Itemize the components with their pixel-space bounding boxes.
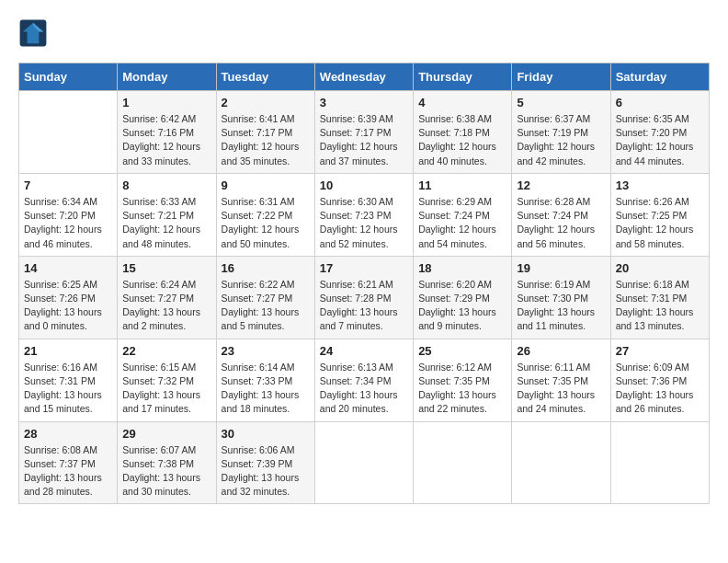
- calendar-cell: 30Sunrise: 6:06 AM Sunset: 7:39 PM Dayli…: [216, 421, 314, 504]
- calendar-week-row: 28Sunrise: 6:08 AM Sunset: 7:37 PM Dayli…: [19, 421, 710, 504]
- calendar-cell: 17Sunrise: 6:21 AM Sunset: 7:28 PM Dayli…: [314, 256, 413, 339]
- day-number: 24: [320, 344, 408, 358]
- calendar-week-row: 14Sunrise: 6:25 AM Sunset: 7:26 PM Dayli…: [19, 256, 710, 339]
- day-info: Sunrise: 6:25 AM Sunset: 7:26 PM Dayligh…: [24, 278, 112, 334]
- calendar-cell: 10Sunrise: 6:30 AM Sunset: 7:23 PM Dayli…: [314, 173, 413, 256]
- calendar-cell: 22Sunrise: 6:15 AM Sunset: 7:32 PM Dayli…: [118, 339, 216, 421]
- weekday-header: Thursday: [414, 63, 512, 91]
- calendar-cell: 1Sunrise: 6:42 AM Sunset: 7:16 PM Daylig…: [118, 91, 216, 174]
- calendar-cell: [512, 421, 610, 504]
- calendar-cell: 25Sunrise: 6:12 AM Sunset: 7:35 PM Dayli…: [414, 339, 512, 421]
- calendar-cell: 4Sunrise: 6:38 AM Sunset: 7:18 PM Daylig…: [414, 91, 512, 174]
- calendar-cell: 28Sunrise: 6:08 AM Sunset: 7:37 PM Dayli…: [19, 421, 118, 504]
- calendar-body: 1Sunrise: 6:42 AM Sunset: 7:16 PM Daylig…: [19, 91, 710, 504]
- weekday-header: Sunday: [19, 63, 118, 91]
- weekday-header: Friday: [512, 63, 610, 91]
- day-info: Sunrise: 6:07 AM Sunset: 7:38 PM Dayligh…: [122, 443, 210, 500]
- day-number: 28: [24, 427, 112, 441]
- day-number: 30: [222, 427, 310, 441]
- day-info: Sunrise: 6:34 AM Sunset: 7:20 PM Dayligh…: [24, 195, 112, 251]
- calendar-cell: 20Sunrise: 6:18 AM Sunset: 7:31 PM Dayli…: [610, 256, 709, 339]
- calendar-cell: 27Sunrise: 6:09 AM Sunset: 7:36 PM Dayli…: [610, 339, 709, 421]
- calendar-cell: 21Sunrise: 6:16 AM Sunset: 7:31 PM Dayli…: [19, 339, 118, 421]
- day-info: Sunrise: 6:35 AM Sunset: 7:20 PM Dayligh…: [616, 112, 704, 168]
- calendar-cell: 13Sunrise: 6:26 AM Sunset: 7:25 PM Dayli…: [610, 173, 709, 256]
- day-info: Sunrise: 6:06 AM Sunset: 7:39 PM Dayligh…: [222, 443, 310, 500]
- calendar-cell: [610, 421, 709, 504]
- day-number: 12: [517, 178, 605, 192]
- calendar-week-row: 7Sunrise: 6:34 AM Sunset: 7:20 PM Daylig…: [19, 173, 710, 256]
- calendar-cell: 12Sunrise: 6:28 AM Sunset: 7:24 PM Dayli…: [512, 173, 610, 256]
- day-number: 9: [222, 178, 310, 192]
- day-info: Sunrise: 6:41 AM Sunset: 7:17 PM Dayligh…: [222, 112, 310, 168]
- calendar-cell: [19, 91, 118, 174]
- day-number: 21: [24, 344, 112, 358]
- day-info: Sunrise: 6:31 AM Sunset: 7:22 PM Dayligh…: [222, 195, 310, 251]
- day-number: 6: [616, 96, 704, 109]
- weekday-header: Monday: [118, 63, 216, 91]
- day-number: 23: [222, 344, 310, 358]
- day-number: 1: [122, 96, 210, 109]
- day-number: 5: [517, 96, 605, 109]
- weekday-header-row: SundayMondayTuesdayWednesdayThursdayFrid…: [19, 63, 710, 91]
- day-number: 29: [122, 427, 210, 441]
- weekday-header: Tuesday: [216, 63, 314, 91]
- calendar-cell: 16Sunrise: 6:22 AM Sunset: 7:27 PM Dayli…: [216, 256, 314, 339]
- day-number: 11: [418, 178, 506, 192]
- day-number: 16: [222, 261, 310, 275]
- day-number: 3: [320, 96, 408, 109]
- calendar-cell: 24Sunrise: 6:13 AM Sunset: 7:34 PM Dayli…: [314, 339, 413, 421]
- calendar-cell: 14Sunrise: 6:25 AM Sunset: 7:26 PM Dayli…: [19, 256, 118, 339]
- calendar-cell: 18Sunrise: 6:20 AM Sunset: 7:29 PM Dayli…: [414, 256, 512, 339]
- day-info: Sunrise: 6:18 AM Sunset: 7:31 PM Dayligh…: [616, 278, 704, 334]
- day-info: Sunrise: 6:15 AM Sunset: 7:32 PM Dayligh…: [122, 361, 210, 417]
- day-number: 20: [616, 261, 704, 275]
- day-info: Sunrise: 6:28 AM Sunset: 7:24 PM Dayligh…: [517, 195, 605, 251]
- day-number: 4: [418, 96, 506, 109]
- day-number: 8: [122, 178, 210, 192]
- calendar-cell: 8Sunrise: 6:33 AM Sunset: 7:21 PM Daylig…: [118, 173, 216, 256]
- logo: [18, 18, 51, 48]
- day-number: 27: [616, 344, 704, 358]
- day-info: Sunrise: 6:38 AM Sunset: 7:18 PM Dayligh…: [418, 112, 506, 168]
- day-number: 15: [122, 261, 210, 275]
- day-info: Sunrise: 6:16 AM Sunset: 7:31 PM Dayligh…: [24, 361, 112, 417]
- day-number: 26: [517, 344, 605, 358]
- calendar-cell: 6Sunrise: 6:35 AM Sunset: 7:20 PM Daylig…: [610, 91, 709, 174]
- calendar-cell: 23Sunrise: 6:14 AM Sunset: 7:33 PM Dayli…: [216, 339, 314, 421]
- day-number: 14: [24, 261, 112, 275]
- day-info: Sunrise: 6:24 AM Sunset: 7:27 PM Dayligh…: [122, 278, 210, 334]
- day-number: 18: [418, 261, 506, 275]
- day-info: Sunrise: 6:13 AM Sunset: 7:34 PM Dayligh…: [320, 361, 408, 417]
- calendar-cell: 5Sunrise: 6:37 AM Sunset: 7:19 PM Daylig…: [512, 91, 610, 174]
- day-number: 13: [616, 178, 704, 192]
- day-number: 22: [122, 344, 210, 358]
- day-info: Sunrise: 6:22 AM Sunset: 7:27 PM Dayligh…: [222, 278, 310, 334]
- day-number: 17: [320, 261, 408, 275]
- calendar-cell: 9Sunrise: 6:31 AM Sunset: 7:22 PM Daylig…: [216, 173, 314, 256]
- calendar-cell: 29Sunrise: 6:07 AM Sunset: 7:38 PM Dayli…: [118, 421, 216, 504]
- day-info: Sunrise: 6:19 AM Sunset: 7:30 PM Dayligh…: [517, 278, 605, 334]
- calendar-cell: 3Sunrise: 6:39 AM Sunset: 7:17 PM Daylig…: [314, 91, 413, 174]
- calendar-cell: 7Sunrise: 6:34 AM Sunset: 7:20 PM Daylig…: [19, 173, 118, 256]
- day-info: Sunrise: 6:20 AM Sunset: 7:29 PM Dayligh…: [418, 278, 506, 334]
- page-header: [18, 18, 710, 48]
- day-number: 2: [222, 96, 310, 109]
- calendar-cell: 11Sunrise: 6:29 AM Sunset: 7:24 PM Dayli…: [414, 173, 512, 256]
- day-number: 19: [517, 261, 605, 275]
- day-info: Sunrise: 6:08 AM Sunset: 7:37 PM Dayligh…: [24, 443, 112, 500]
- calendar-week-row: 21Sunrise: 6:16 AM Sunset: 7:31 PM Dayli…: [19, 339, 710, 421]
- logo-icon: [18, 18, 48, 48]
- day-info: Sunrise: 6:09 AM Sunset: 7:36 PM Dayligh…: [616, 361, 704, 417]
- calendar-table: SundayMondayTuesdayWednesdayThursdayFrid…: [18, 63, 710, 504]
- calendar-cell: [314, 421, 413, 504]
- day-info: Sunrise: 6:42 AM Sunset: 7:16 PM Dayligh…: [122, 112, 210, 168]
- calendar-cell: 26Sunrise: 6:11 AM Sunset: 7:35 PM Dayli…: [512, 339, 610, 421]
- calendar-cell: 19Sunrise: 6:19 AM Sunset: 7:30 PM Dayli…: [512, 256, 610, 339]
- day-info: Sunrise: 6:14 AM Sunset: 7:33 PM Dayligh…: [222, 361, 310, 417]
- calendar-cell: 2Sunrise: 6:41 AM Sunset: 7:17 PM Daylig…: [216, 91, 314, 174]
- day-info: Sunrise: 6:11 AM Sunset: 7:35 PM Dayligh…: [517, 361, 605, 417]
- day-info: Sunrise: 6:21 AM Sunset: 7:28 PM Dayligh…: [320, 278, 408, 334]
- calendar-week-row: 1Sunrise: 6:42 AM Sunset: 7:16 PM Daylig…: [19, 91, 710, 174]
- calendar-cell: [414, 421, 512, 504]
